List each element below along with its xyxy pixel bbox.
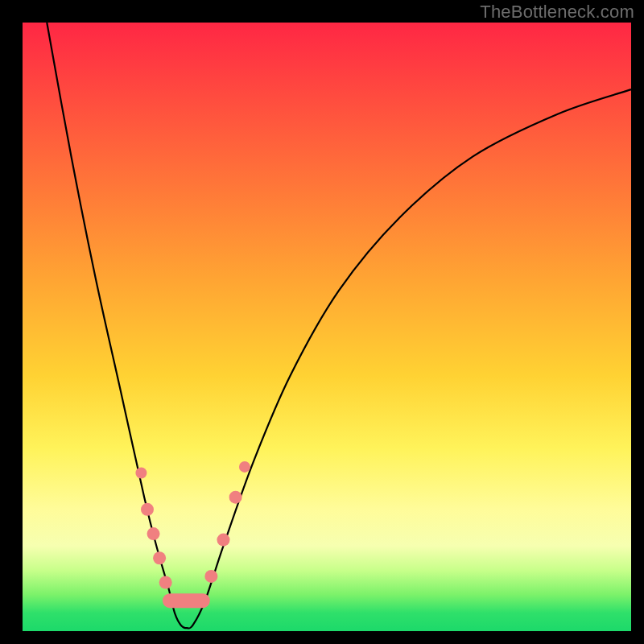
watermark-text: TheBottleneck.com xyxy=(480,2,634,23)
marker-dot xyxy=(153,551,166,564)
marker-dot xyxy=(159,576,172,589)
curve-layer xyxy=(23,23,631,631)
marker-dot xyxy=(135,467,147,478)
marker-dot xyxy=(217,534,229,547)
marker-group xyxy=(135,461,250,601)
marker-dot xyxy=(239,461,250,473)
marker-dot xyxy=(141,503,154,516)
bottleneck-curve xyxy=(47,23,631,629)
marker-dot xyxy=(147,527,160,540)
marker-dot xyxy=(229,491,242,504)
plot-area xyxy=(23,23,631,631)
marker-dot xyxy=(204,570,217,583)
chart-frame: TheBottleneck.com xyxy=(0,0,644,644)
